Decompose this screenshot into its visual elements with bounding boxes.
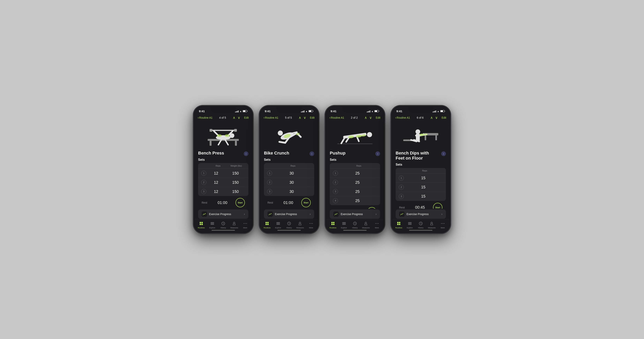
tab-more[interactable]: More — [437, 221, 448, 229]
tab-explore[interactable]: Explore — [338, 221, 349, 229]
rest-row: Rest 01:00 Start — [264, 196, 314, 209]
nav-up-arrow[interactable]: ∧ — [298, 116, 301, 120]
explore-tab-icon — [276, 221, 280, 226]
nav-back[interactable]: ‹ Routine A1 — [330, 116, 344, 120]
set-number-1: 1 — [201, 171, 206, 176]
exercise-info: Bike Crunch i — [260, 149, 318, 157]
explore-label: Explore — [341, 227, 347, 229]
rest-label: Rest — [268, 201, 275, 204]
tab-more[interactable]: More — [306, 221, 316, 229]
nav-down-arrow[interactable]: ∨ — [369, 116, 372, 120]
nav-down-arrow[interactable]: ∨ — [435, 116, 438, 120]
signal-bar-2 — [302, 111, 302, 112]
info-button[interactable]: i — [375, 152, 380, 156]
nav-bar: ‹ Routine A1 6 of 6 ∧ ∨ Edit — [392, 114, 450, 122]
tab-routines[interactable]: Routines — [328, 221, 338, 229]
tab-measures[interactable]: Measures — [426, 221, 437, 229]
history-icon — [418, 221, 423, 226]
set-row-1: 1 25 — [330, 169, 380, 178]
explore-label: Explore — [209, 227, 215, 229]
measures-icon — [430, 221, 434, 226]
tab-routines[interactable]: Routines — [196, 221, 207, 229]
tab-explore[interactable]: Explore — [207, 221, 218, 229]
exercise-progress-row[interactable]: Exercise Progress › — [264, 210, 314, 219]
svg-point-55 — [367, 132, 372, 137]
svg-rect-16 — [202, 222, 203, 223]
home-indicator — [343, 230, 366, 231]
tab-measures[interactable]: Measures — [229, 221, 240, 229]
signal-bars — [433, 110, 436, 112]
tab-history[interactable]: History — [415, 221, 426, 229]
sets-label: Sets — [396, 163, 446, 166]
tab-history[interactable]: History — [284, 221, 294, 229]
tab-more[interactable]: More — [372, 221, 382, 229]
nav-back[interactable]: ‹ Routine A1 — [198, 116, 212, 120]
home-indicator — [212, 230, 235, 231]
tab-history[interactable]: History — [350, 221, 360, 229]
set-row-3: 3 12 150 — [198, 187, 248, 196]
svg-rect-95 — [408, 224, 412, 225]
nav-edit-button[interactable]: Edit — [310, 116, 314, 119]
tab-more[interactable]: More — [240, 221, 251, 229]
chart-icon — [400, 212, 404, 216]
explore-tab-icon — [210, 221, 214, 226]
exercise-progress-row[interactable]: Exercise Progress › — [330, 210, 380, 219]
tab-history[interactable]: History — [218, 221, 229, 229]
svg-rect-62 — [331, 222, 333, 223]
explore-icon — [342, 221, 346, 226]
tab-measures[interactable]: Measures — [360, 221, 371, 229]
rest-label: Rest — [202, 201, 210, 204]
nav-up-arrow[interactable]: ∧ — [430, 116, 433, 120]
nav-down-arrow[interactable]: ∨ — [304, 116, 306, 120]
nav-back[interactable]: ‹ Routine A1 — [264, 116, 278, 120]
phone-frame: 9:41 ▲ — [390, 105, 451, 234]
set-reps-2: 30 — [272, 180, 311, 185]
battery-fill — [243, 110, 246, 112]
set-weight-2: 150 — [226, 180, 245, 185]
sets-section: Sets RepsWeight (lbs) 1 12 150 2 12 150 — [194, 157, 252, 209]
back-chevron-icon: ‹ — [330, 116, 330, 120]
svg-line-34 — [279, 142, 285, 143]
exercise-info: Pushup i — [326, 149, 384, 157]
svg-line-48 — [301, 224, 301, 225]
tab-routines[interactable]: Routines — [393, 221, 404, 229]
nav-edit-button[interactable]: Edit — [376, 116, 380, 119]
exercise-progress-row[interactable]: Exercise Progress › — [198, 210, 248, 219]
set-reps-4: 25 — [338, 198, 377, 203]
nav-up-arrow[interactable]: ∧ — [233, 116, 235, 120]
svg-rect-67 — [342, 223, 346, 224]
nav-edit-button[interactable]: Edit — [244, 116, 249, 119]
tab-measures[interactable]: Measures — [294, 221, 306, 229]
history-label: History — [220, 227, 226, 229]
info-button[interactable]: i — [441, 152, 446, 156]
signal-bar-1 — [235, 112, 236, 112]
battery-tip — [247, 111, 248, 112]
nav-progress: 5 of 5 — [278, 116, 298, 119]
measures-label: Measures — [296, 227, 304, 229]
tab-routines[interactable]: Routines — [262, 221, 272, 229]
exercise-progress-row[interactable]: Exercise Progress › — [396, 210, 446, 219]
measures-tab-icon — [364, 221, 368, 226]
start-button[interactable]: Start — [301, 198, 311, 207]
info-button[interactable]: i — [310, 152, 314, 156]
sets-table: Reps 1 15 2 15 3 15 — [396, 168, 446, 201]
history-icon — [221, 221, 226, 226]
signal-bar-1 — [433, 112, 433, 112]
start-button[interactable]: Start — [433, 203, 442, 209]
progress-label: Exercise Progress — [406, 212, 442, 216]
tab-explore[interactable]: Explore — [272, 221, 284, 229]
nav-down-arrow[interactable]: ∨ — [238, 116, 240, 120]
nav-edit-button[interactable]: Edit — [442, 116, 446, 119]
exercise-image — [260, 122, 318, 149]
nav-back[interactable]: ‹ Routine A1 — [395, 116, 410, 120]
tab-explore[interactable]: Explore — [404, 221, 415, 229]
info-button[interactable]: i — [244, 152, 248, 156]
set-number-2: 2 — [201, 180, 206, 185]
nav-up-arrow[interactable]: ∧ — [364, 116, 367, 120]
start-button[interactable]: Start — [236, 198, 245, 207]
signal-bars — [367, 110, 370, 112]
start-button[interactable]: Start — [367, 207, 376, 209]
chart-icon — [268, 212, 272, 216]
explore-tab-icon — [342, 221, 346, 226]
explore-label: Explore — [407, 227, 413, 229]
